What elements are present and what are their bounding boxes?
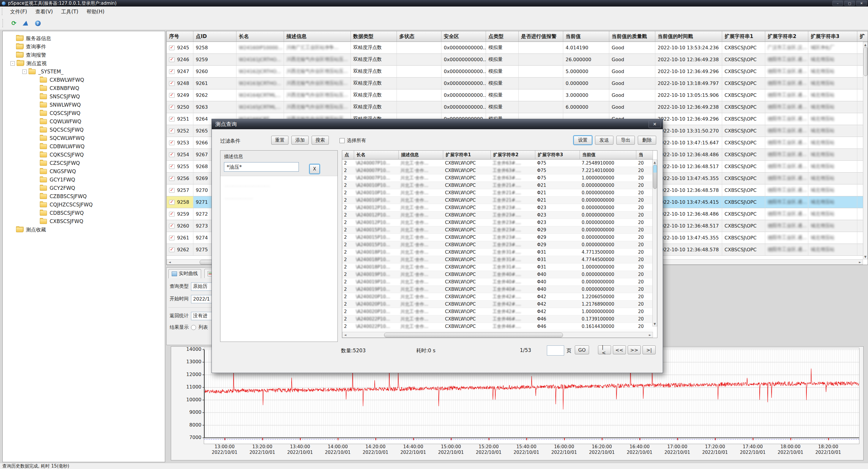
go-button[interactable]: GO: [575, 345, 589, 354]
results-row[interactable]: 2\A240010P10...川北工·舍作...CXBWLW\OPC工舍井21#…: [342, 182, 657, 189]
column-header-当前值的质量戳[interactable]: 当前值的质量戳: [609, 31, 655, 42]
table-row[interactable]: 92499262W24164JCRTML...川西北输气作业区增压站压...双精…: [167, 89, 868, 101]
column-header-数据类型[interactable]: 数据类型: [351, 31, 397, 42]
results-column-扩展字符串3[interactable]: 扩展字符串3: [535, 151, 580, 159]
sidebar-item-测点收藏[interactable]: 测点收藏: [3, 225, 165, 234]
results-row[interactable]: 2\A240007P10...川北工·舍作...CXBWLW\OPC工舍井63#…: [342, 174, 657, 182]
results-row[interactable]: 2\A240020P10...川北工·舍作...CXBWLW\OPC工舍井42#…: [342, 301, 657, 308]
sidebar-item-CNGSFWQ[interactable]: CNGSFWQ: [3, 167, 165, 176]
results-column-扩展字符串2[interactable]: 扩展字符串2: [491, 151, 535, 159]
results-row[interactable]: 2\A240010P10...川北工·舍作...CXBWLW\OPC工舍井21#…: [342, 189, 657, 197]
pager-button[interactable]: >>: [628, 345, 641, 354]
results-row[interactable]: 2\A240010P10...川北工·舍作...CXBWLW\OPC工舍井21#…: [342, 197, 657, 204]
results-row[interactable]: 2\A240022P10...川北工·舍作...CXBWLW\OPC工舍井46#…: [342, 315, 657, 323]
column-header-序号[interactable]: 序号: [167, 31, 193, 42]
curve-icon[interactable]: [22, 19, 30, 27]
sidebar-item-_SYSTEM_[interactable]: -_SYSTEM_: [3, 67, 165, 76]
sidebar-item-CXBNBFWQ[interactable]: CXBNBFWQ: [3, 84, 165, 92]
pager-button[interactable]: |<: [598, 345, 611, 354]
table-row[interactable]: 92459258W24160IP10000...川南广汇工业区站净争...双精度…: [167, 42, 868, 54]
column-header-扩[interactable]: 扩: [857, 31, 868, 42]
results-row[interactable]: 2\A240020P10...川北工·舍作...CXBWLW\OPC工舍井42#…: [342, 308, 657, 315]
sidebar-item-查询事件[interactable]: 查询事件: [3, 42, 165, 51]
menu-item[interactable]: 文件(F): [6, 6, 31, 17]
column-header-描述信息[interactable]: 描述信息: [284, 31, 351, 42]
results-column-点[interactable]: 点: [342, 151, 354, 159]
results-row[interactable]: 2\A240015P10...川北工·舍作...CXBWLW\OPC工舍井23#…: [342, 226, 657, 234]
results-row[interactable]: 2\A240020P10...川北工·舍作...CXBWLW\OPC工舍井42#…: [342, 293, 657, 301]
grid-vscrollbar[interactable]: ▲ ▼: [863, 42, 868, 259]
column-header-扩展字符串3[interactable]: 扩展字符串3: [808, 31, 857, 42]
dialog-button-设置[interactable]: 设置: [574, 136, 592, 145]
sidebar-item-CDBWLWFWQ[interactable]: CDBWLWFWQ: [3, 142, 165, 151]
results-row[interactable]: 2\A240018P10...川北工·舍作...CXBWLW\OPC工舍井31#…: [342, 263, 657, 271]
dialog-button-搜索[interactable]: 搜索: [312, 136, 329, 145]
tree-expander-icon[interactable]: -: [22, 69, 27, 74]
column-header-多状态[interactable]: 多状态: [397, 31, 441, 42]
column-header-点类型[interactable]: 点类型: [486, 31, 519, 42]
results-row[interactable]: 2\A240012P10...川北工·舍作...CXBWLW\OPC工舍井23#…: [342, 219, 657, 226]
pager-button[interactable]: <<: [613, 345, 626, 354]
column-header-扩展字符串2[interactable]: 扩展字符串2: [765, 31, 808, 42]
sidebar-item-CQSCSJFWQ[interactable]: CQSCSJFWQ: [3, 109, 165, 117]
tab-realtime-curve[interactable]: 实时曲线: [168, 269, 201, 278]
close-button[interactable]: ✕: [856, 1, 867, 6]
dialog-button-重置[interactable]: 重置: [271, 136, 288, 145]
sidebar-item-SNWLWFWQ[interactable]: SNWLWFWQ: [3, 101, 165, 109]
dialog-button-发送[interactable]: 发送: [595, 136, 613, 145]
sidebar-item-SQCWLWFWQ[interactable]: SQCWLWFWQ: [3, 134, 165, 142]
column-header-当前值[interactable]: 当前值: [563, 31, 609, 42]
page-input[interactable]: [547, 345, 564, 355]
menu-item[interactable]: 查看(V): [31, 6, 57, 17]
sidebar-item-CXBSCSJFWQ[interactable]: CXBSCSJFWQ: [3, 217, 165, 225]
filter-clear-button[interactable]: X: [310, 164, 320, 174]
table-row[interactable]: 92489261W24163JCRTHO...川西北输气作业区增压站压...双精…: [167, 77, 868, 89]
results-row[interactable]: 2\A240019P10...川北工·舍作...CXBWLW\OPC工舍井40#…: [342, 271, 657, 278]
sidebar-item-测点监视[interactable]: -测点监视: [3, 59, 165, 67]
menu-item[interactable]: 工具(T): [57, 6, 83, 17]
filter-input[interactable]: *油压*: [224, 162, 299, 172]
sidebar-item-CQWLWFWQ[interactable]: CQWLWFWQ: [3, 117, 165, 126]
results-row[interactable]: 2\A240012P10...川北工·舍作...CXBWLW\OPC工舍井23#…: [342, 212, 657, 219]
results-row[interactable]: 2\A240015P10...川北工·舍作...CXBWLW\OPC工舍井23#…: [342, 241, 657, 249]
table-row[interactable]: 92469259W24161JCRTHO...川西北输气作业区增压站压...双精…: [167, 54, 868, 66]
results-row[interactable]: 2\A240015P10...川北工·舍作...CXBWLW\OPC工舍井23#…: [342, 234, 657, 241]
results-row[interactable]: 2\A240019P10...川北工·舍作...CXBWLW\OPC工舍井40#…: [342, 286, 657, 293]
results-column-扩展字符串1[interactable]: 扩展字符串1: [443, 151, 491, 159]
sidebar-item-GCY1FWQ[interactable]: GCY1FWQ: [3, 176, 165, 184]
results-row[interactable]: 2\A240007P10...川北工·舍作...CXBWLW\OPC工舍井63#…: [342, 159, 657, 167]
column-header-当前值的时间戳[interactable]: 当前值的时间戳: [655, 31, 722, 42]
minimize-button[interactable]: –: [832, 1, 843, 6]
dialog-title-bar[interactable]: 测点查询 ✕: [212, 119, 663, 129]
pager-button[interactable]: >|: [643, 345, 656, 354]
dialog-button-导出[interactable]: 导出: [616, 136, 635, 145]
select-all-checkbox[interactable]: [340, 138, 345, 143]
results-row[interactable]: 2\A240007P10...川北工·舍作...CXBWLW\OPC工舍井63#…: [342, 167, 657, 174]
sidebar-item-GCY2FWQ[interactable]: GCY2FWQ: [3, 184, 165, 192]
dialog-close-icon[interactable]: ✕: [649, 120, 661, 128]
sidebar-item-CQKSCSJFWQ[interactable]: CQKSCSJFWQ: [3, 151, 165, 159]
sidebar-item-服务器信息[interactable]: 服务器信息: [3, 34, 165, 42]
help-icon[interactable]: ?: [34, 19, 41, 27]
dialog-button-添加[interactable]: 添加: [291, 136, 309, 145]
column-header-是否进行值报警[interactable]: 是否进行值报警: [519, 31, 563, 42]
sidebar-item-CZSCSJFWQ[interactable]: CZSCSJFWQ: [3, 159, 165, 167]
table-row[interactable]: 92479260W24162JCRTHO...川西北输气作业区增压站压...双精…: [167, 66, 868, 77]
sidebar-item-查询报警[interactable]: 查询报警: [3, 51, 165, 59]
sidebar-item-CDBSCSJFWQ[interactable]: CDBSCSJFWQ: [3, 209, 165, 217]
results-vscrollbar[interactable]: ▲ ▼: [652, 159, 657, 326]
column-header-扩展字符串1[interactable]: 扩展字符串1: [722, 31, 765, 42]
dialog-button-删除[interactable]: 删除: [638, 136, 656, 145]
menu-item[interactable]: 帮助(H): [83, 6, 109, 17]
results-row[interactable]: 2\A240019P10...川北工·舍作...CXBWLW\OPC工舍井40#…: [342, 278, 657, 286]
results-column-描述信息[interactable]: 描述信息: [399, 151, 443, 159]
table-row[interactable]: 92509263W24165JCRTML...川西北输气作业区增压站压...双精…: [167, 101, 868, 113]
sidebar-item-CXBWLWFWQ[interactable]: CXBWLWFWQ: [3, 76, 165, 84]
results-column-长名[interactable]: 长名: [354, 151, 399, 159]
results-row[interactable]: 2\A240012P10...川北工·舍作...CXBWLW\OPC工舍井23#…: [342, 204, 657, 212]
sidebar-item-CQJHZCSCSJFWQ[interactable]: CQJHZCSCSJFWQ: [3, 200, 165, 209]
results-row[interactable]: 2\A240018P10...川北工·舍作...CXBWLW\OPC工舍井31#…: [342, 256, 657, 263]
results-column-当前值[interactable]: 当前值: [580, 151, 636, 159]
result-list-radio[interactable]: [191, 325, 196, 330]
column-header-长名[interactable]: 长名: [237, 31, 284, 42]
